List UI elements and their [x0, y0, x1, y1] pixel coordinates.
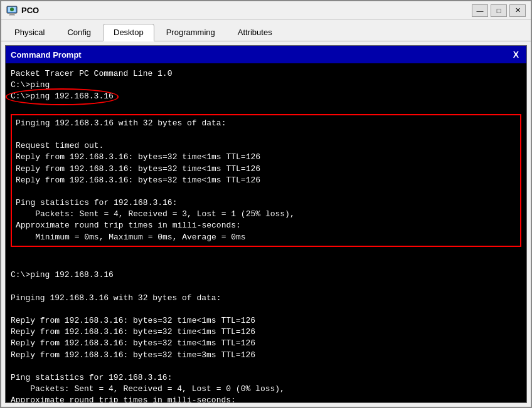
- maximize-button[interactable]: □: [491, 4, 507, 17]
- command-prompt-window: Command Prompt X Packet Tracer PC Comman…: [5, 45, 527, 403]
- close-button[interactable]: ✕: [509, 4, 526, 17]
- window-controls: — □ ✕: [472, 4, 526, 17]
- app-icon: [6, 5, 18, 16]
- tab-attributes[interactable]: Attributes: [227, 24, 283, 41]
- tab-config[interactable]: Config: [56, 24, 102, 41]
- cmd-body[interactable]: Packet Tracer PC Command Line 1.0 C:\>pi…: [6, 63, 526, 402]
- app-title: PCO: [21, 6, 472, 15]
- tab-bar: Physical Config Desktop Programming Attr…: [1, 20, 531, 41]
- title-bar: PCO — □ ✕: [1, 1, 531, 20]
- cmd-title-bar: Command Prompt X: [6, 46, 526, 63]
- svg-rect-1: [10, 13, 14, 14]
- cmd-output: Packet Tracer PC Command Line 1.0 C:\>pi…: [11, 68, 521, 402]
- minimize-button[interactable]: —: [472, 4, 488, 17]
- section1-highlight: Pinging 192.168.3.16 with 32 bytes of da…: [11, 114, 521, 247]
- main-window: PCO — □ ✕ Physical Config Desktop Progra…: [0, 0, 532, 408]
- tab-programming[interactable]: Programming: [156, 24, 226, 41]
- cmd-close-button[interactable]: X: [511, 50, 521, 60]
- svg-point-4: [10, 8, 14, 11]
- svg-rect-2: [9, 14, 15, 16]
- ping-command-annotated: C:\>ping 192.168.3.16: [11, 91, 114, 102]
- tab-physical[interactable]: Physical: [4, 24, 55, 41]
- tab-desktop[interactable]: Desktop: [103, 24, 154, 41]
- content-area: Command Prompt X Packet Tracer PC Comman…: [1, 41, 531, 407]
- cmd-title: Command Prompt: [11, 50, 82, 60]
